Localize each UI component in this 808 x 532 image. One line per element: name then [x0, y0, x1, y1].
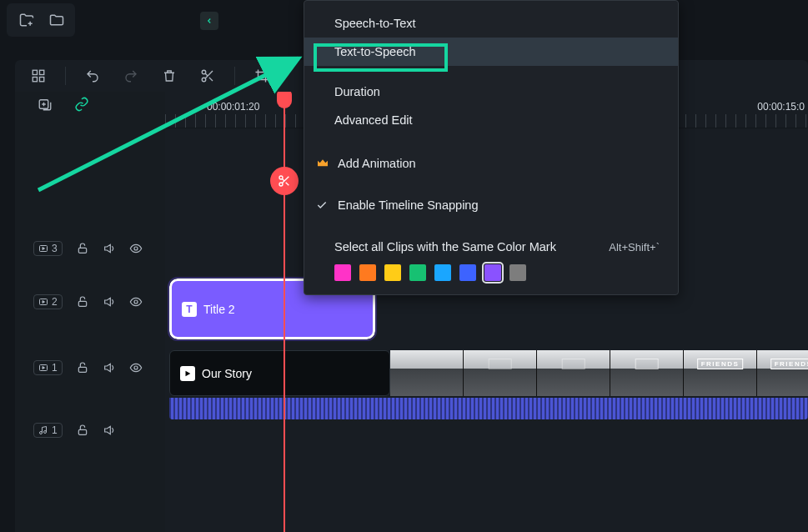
lock-icon[interactable]: [76, 242, 89, 255]
track-index: 3: [52, 243, 58, 254]
playhead[interactable]: [284, 92, 285, 532]
menu-label: Enable Timeline Snapping: [338, 198, 478, 212]
svg-point-18: [134, 366, 138, 369]
track-header-tools: [15, 92, 165, 117]
video-thumb: FRIENDS: [757, 350, 808, 396]
menu-add-animation[interactable]: Add Animation: [304, 149, 678, 178]
menu-duration[interactable]: Duration: [304, 78, 678, 106]
lock-icon[interactable]: [76, 424, 89, 437]
svg-marker-16: [43, 367, 45, 369]
track-badge[interactable]: 1: [33, 423, 63, 438]
menu-label: Advanced Edit: [334, 113, 413, 127]
video-thumb: [610, 350, 684, 396]
context-menu: Speech-to-Text Text-to-Speech Duration A…: [304, 0, 679, 295]
svg-point-19: [40, 432, 43, 434]
track-index: 2: [52, 296, 58, 308]
grid-icon[interactable]: [27, 64, 50, 88]
svg-point-24: [279, 183, 283, 186]
toolbar-separator: [234, 67, 235, 85]
track-badge[interactable]: 1: [33, 360, 63, 375]
lock-icon[interactable]: [76, 361, 89, 374]
clip-label: Title 2: [203, 303, 235, 316]
video-thumb: FRIENDS: [684, 350, 757, 396]
trash-icon[interactable]: [158, 64, 181, 88]
menu-label: Add Animation: [338, 157, 416, 170]
menu-text-to-speech[interactable]: Text-to-Speech: [304, 38, 678, 66]
color-swatch[interactable]: [459, 264, 476, 281]
color-swatch-row: [304, 261, 678, 281]
link-icon[interactable]: [70, 93, 93, 116]
track-head-audio1: 1: [15, 405, 165, 455]
video-overlay-text: FRIENDS: [770, 359, 808, 369]
speaker-icon[interactable]: [103, 424, 116, 437]
color-swatch[interactable]: [409, 264, 426, 281]
video-thumb: [464, 350, 537, 396]
color-swatch[interactable]: [434, 264, 451, 281]
track-head-video3: 3: [15, 223, 165, 274]
add-track-icon[interactable]: [33, 93, 57, 116]
video-overlay-text: [635, 359, 659, 369]
crown-icon: [316, 157, 331, 170]
text-clip-icon: T: [182, 302, 197, 317]
svg-rect-9: [78, 248, 86, 253]
lock-icon[interactable]: [76, 295, 89, 309]
color-swatch[interactable]: [359, 264, 376, 281]
svg-point-20: [44, 431, 47, 434]
audio-waveform[interactable]: [169, 398, 808, 419]
track-header-column: 3 2 1 1: [15, 92, 165, 532]
topbar-left-group: [7, 3, 75, 37]
menu-shortcut: Alt+Shift+`: [609, 241, 660, 253]
svg-point-10: [134, 247, 138, 250]
svg-rect-13: [78, 301, 86, 306]
eye-icon[interactable]: [129, 242, 143, 255]
svg-rect-17: [78, 367, 86, 372]
playhead-split-button[interactable]: [270, 167, 299, 195]
color-swatch[interactable]: [334, 264, 351, 281]
ruler-time-label: 00:00:15:0: [757, 101, 805, 113]
svg-rect-1: [40, 70, 44, 74]
speaker-icon[interactable]: [103, 361, 116, 374]
crop-icon[interactable]: [250, 64, 274, 88]
svg-point-4: [202, 70, 206, 74]
playhead-handle[interactable]: [277, 92, 292, 108]
svg-point-14: [134, 300, 138, 304]
track-badge[interactable]: 3: [33, 241, 63, 256]
menu-enable-snapping[interactable]: Enable Timeline Snapping: [304, 191, 678, 219]
eye-icon[interactable]: [129, 295, 143, 309]
redo-icon[interactable]: [119, 64, 143, 88]
menu-label: Select all Clips with the Same Color Mar…: [334, 240, 556, 253]
toolbar-separator: [65, 67, 66, 85]
video-overlay-text: [488, 359, 512, 369]
folder-add-icon[interactable]: [15, 8, 38, 32]
video-thumb: [537, 350, 610, 396]
svg-point-5: [202, 78, 206, 82]
speaker-icon[interactable]: [103, 242, 116, 255]
video-overlay-text: [561, 359, 585, 369]
menu-advanced-edit[interactable]: Advanced Edit: [304, 106, 678, 134]
track-head-video1: 1: [15, 330, 165, 405]
scissors-icon[interactable]: [196, 64, 219, 88]
svg-rect-2: [33, 78, 37, 82]
track-badge[interactable]: 2: [33, 294, 63, 309]
undo-icon[interactable]: [81, 64, 104, 88]
check-icon: [316, 199, 331, 211]
color-swatch[interactable]: [484, 264, 501, 281]
menu-speech-to-text[interactable]: Speech-to-Text: [304, 9, 678, 38]
clip-label: Our Story: [202, 367, 252, 380]
svg-rect-3: [40, 78, 44, 82]
folder-icon[interactable]: [45, 8, 68, 32]
eye-icon[interactable]: [129, 361, 143, 374]
video-clip-thumbs[interactable]: FRIENDS FRIENDS: [390, 350, 808, 396]
svg-marker-22: [186, 370, 191, 376]
svg-marker-12: [43, 301, 45, 304]
speaker-icon[interactable]: [103, 295, 116, 309]
color-swatch[interactable]: [384, 264, 401, 281]
menu-select-same-color[interactable]: Select all Clips with the Same Color Mar…: [304, 233, 678, 261]
video-overlay-text: FRIENDS: [697, 359, 744, 369]
collapse-panel-button[interactable]: [200, 12, 218, 30]
video-thumb: [390, 350, 464, 396]
ruler-time-label: 00:00:01:20: [207, 101, 259, 113]
color-swatch[interactable]: [509, 264, 526, 281]
menu-label: Duration: [334, 85, 380, 98]
clip-ourstory[interactable]: Our Story: [169, 350, 390, 396]
